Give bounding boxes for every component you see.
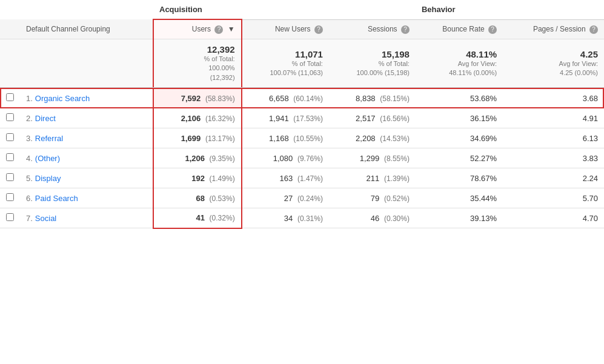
new-users-pct: (10.55%) bbox=[293, 134, 323, 143]
users-cell: 2,106 (16.32%) bbox=[153, 108, 242, 128]
table-row: 4.(Other)1,206 (9.35%)1,080 (9.76%)1,299… bbox=[0, 148, 604, 168]
analytics-table: Acquisition Behavior Default Channel Gro… bbox=[0, 0, 604, 229]
checkbox-col-header bbox=[0, 0, 20, 19]
new-users-cell: 34 (0.31%) bbox=[242, 208, 329, 228]
row-number: 4. bbox=[26, 154, 33, 163]
new-users-pct: (9.76%) bbox=[297, 154, 323, 163]
users-pct: (9.35%) bbox=[210, 154, 235, 163]
sessions-pct: (58.15%) bbox=[380, 94, 410, 103]
sessions-cell: 8,838 (58.15%) bbox=[329, 88, 416, 108]
users-value: 41 bbox=[196, 213, 205, 222]
row-checkbox-cell[interactable] bbox=[0, 88, 20, 108]
row-checkbox[interactable] bbox=[6, 113, 14, 121]
users-cell: 7,592 (58.83%) bbox=[153, 88, 242, 108]
row-checkbox[interactable] bbox=[6, 93, 14, 101]
sessions-col-header[interactable]: Sessions ? bbox=[329, 19, 416, 39]
sessions-help-icon[interactable]: ? bbox=[401, 25, 410, 34]
users-col-header[interactable]: Users ? ▼ bbox=[153, 19, 242, 39]
channel-link[interactable]: Referral bbox=[35, 134, 63, 143]
totals-label-cell bbox=[20, 39, 153, 88]
bounce-rate-cell: 36.15% bbox=[416, 108, 503, 128]
behavior-header: Behavior bbox=[416, 0, 604, 19]
totals-users-cell: 12,392 % of Total:100.00%(12,392) bbox=[153, 39, 242, 88]
channel-link[interactable]: Social bbox=[35, 214, 56, 223]
channel-name-cell: 3.Referral bbox=[20, 128, 153, 148]
table-row: 7.Social41 (0.32%)34 (0.31%)46 (0.30%)39… bbox=[0, 208, 604, 228]
table-row: 3.Referral1,699 (13.17%)1,168 (10.55%)2,… bbox=[0, 128, 604, 148]
bounce-rate-cell: 39.13% bbox=[416, 208, 503, 228]
row-checkbox[interactable] bbox=[6, 213, 14, 221]
row-number: 3. bbox=[26, 134, 33, 143]
new-users-cell: 1,080 (9.76%) bbox=[242, 148, 329, 168]
totals-bounce-rate-cell: 48.11% Avg for View:48.11% (0.00%) bbox=[416, 39, 503, 88]
bounce-rate-cell: 52.27% bbox=[416, 148, 503, 168]
grouping-label: Default Channel Grouping bbox=[20, 19, 153, 39]
channel-link[interactable]: (Other) bbox=[35, 154, 60, 163]
table-row: 5.Display192 (1.49%)163 (1.47%)211 (1.39… bbox=[0, 168, 604, 188]
new-users-cell: 6,658 (60.14%) bbox=[242, 88, 329, 108]
channel-name-cell: 5.Display bbox=[20, 168, 153, 188]
row-checkbox-cell[interactable] bbox=[0, 128, 20, 148]
users-sort-icon[interactable]: ▼ bbox=[228, 25, 235, 33]
bounce-rate-help-icon[interactable]: ? bbox=[488, 25, 497, 34]
new-users-pct: (1.47%) bbox=[297, 174, 323, 183]
sessions-cell: 2,208 (14.53%) bbox=[329, 128, 416, 148]
pages-session-col-header[interactable]: Pages / Session ? bbox=[503, 19, 604, 39]
bounce-rate-col-header[interactable]: Bounce Rate ? bbox=[416, 19, 503, 39]
row-number: 5. bbox=[26, 174, 33, 183]
row-checkbox-cell[interactable] bbox=[0, 108, 20, 128]
sessions-pct: (0.52%) bbox=[384, 194, 410, 203]
row-checkbox[interactable] bbox=[6, 153, 14, 161]
new-users-pct: (0.31%) bbox=[297, 214, 323, 223]
sessions-cell: 1,299 (8.55%) bbox=[329, 148, 416, 168]
channel-name-cell: 1.Organic Search bbox=[20, 88, 153, 108]
grouping-col-header bbox=[20, 0, 153, 19]
row-checkbox-cell[interactable] bbox=[0, 208, 20, 228]
channel-link[interactable]: Display bbox=[35, 174, 61, 183]
pages-session-cell: 6.13 bbox=[503, 128, 604, 148]
channel-link[interactable]: Paid Search bbox=[35, 194, 78, 203]
users-value: 68 bbox=[196, 194, 205, 203]
channel-link[interactable]: Organic Search bbox=[35, 94, 90, 103]
sessions-pct: (8.55%) bbox=[384, 154, 410, 163]
table-row: 2.Direct2,106 (16.32%)1,941 (17.53%)2,51… bbox=[0, 108, 604, 128]
row-checkbox[interactable] bbox=[6, 193, 14, 201]
row-checkbox[interactable] bbox=[6, 173, 14, 181]
section-header-row: Acquisition Behavior bbox=[0, 0, 604, 19]
pages-session-cell: 3.68 bbox=[503, 88, 604, 108]
users-help-icon[interactable]: ? bbox=[214, 25, 223, 34]
pages-session-cell: 3.83 bbox=[503, 148, 604, 168]
table-row: 6.Paid Search68 (0.53%)27 (0.24%)79 (0.5… bbox=[0, 188, 604, 208]
column-headers-row: Default Channel Grouping Users ? ▼ New U… bbox=[0, 19, 604, 39]
users-pct: (13.17%) bbox=[205, 134, 235, 143]
row-checkbox[interactable] bbox=[6, 133, 14, 141]
sessions-pct: (14.53%) bbox=[380, 134, 410, 143]
users-pct: (1.49%) bbox=[210, 174, 235, 183]
pages-session-cell: 2.24 bbox=[503, 168, 604, 188]
sessions-pct: (1.39%) bbox=[384, 174, 410, 183]
sessions-cell: 46 (0.30%) bbox=[329, 208, 416, 228]
pages-session-cell: 5.70 bbox=[503, 188, 604, 208]
new-users-help-icon[interactable]: ? bbox=[314, 25, 323, 34]
new-users-cell: 1,941 (17.53%) bbox=[242, 108, 329, 128]
channel-name-cell: 6.Paid Search bbox=[20, 188, 153, 208]
totals-checkbox-cell bbox=[0, 39, 20, 88]
row-number: 7. bbox=[26, 214, 33, 223]
row-checkbox-cell[interactable] bbox=[0, 188, 20, 208]
row-checkbox-cell[interactable] bbox=[0, 148, 20, 168]
channel-name-cell: 2.Direct bbox=[20, 108, 153, 128]
channel-link[interactable]: Direct bbox=[35, 114, 56, 123]
users-pct: (16.32%) bbox=[205, 114, 235, 123]
users-cell: 1,206 (9.35%) bbox=[153, 148, 242, 168]
bounce-rate-cell: 53.68% bbox=[416, 88, 503, 108]
sessions-cell: 2,517 (16.56%) bbox=[329, 108, 416, 128]
row-checkbox-cell[interactable] bbox=[0, 168, 20, 188]
new-users-col-header[interactable]: New Users ? bbox=[242, 19, 329, 39]
users-pct: (0.32%) bbox=[210, 214, 235, 222]
pages-session-cell: 4.91 bbox=[503, 108, 604, 128]
channel-name-cell: 4.(Other) bbox=[20, 148, 153, 168]
bounce-rate-cell: 78.67% bbox=[416, 168, 503, 188]
select-all-checkbox-col bbox=[0, 19, 20, 39]
pages-session-help-icon[interactable]: ? bbox=[589, 25, 598, 34]
pages-session-cell: 4.70 bbox=[503, 208, 604, 228]
